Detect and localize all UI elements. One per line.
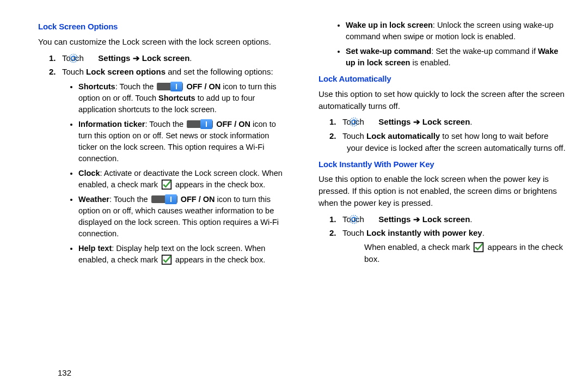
svg-point-7	[352, 217, 356, 222]
left-column: Lock Screen Options You can customize th…	[38, 16, 286, 269]
list-item: Clock: Activate or deactivate the Lock s…	[78, 168, 286, 191]
settings-icon	[86, 53, 96, 63]
settings-icon	[366, 117, 376, 127]
step-item: 2. Touch Lock automatically to set how l…	[339, 130, 566, 154]
checkmark-icon	[161, 179, 172, 190]
intro-text: You can customize the Lock screen with t…	[38, 36, 286, 48]
list-item: Wake up in lock screen: Unlock the scree…	[346, 20, 566, 42]
right-column: Wake up in lock screen: Unlock the scree…	[318, 16, 566, 269]
checkmark-icon	[473, 242, 484, 253]
svg-point-4	[350, 118, 358, 126]
list-item: Shortcuts: Touch the OFF / ON icon to tu…	[78, 81, 286, 115]
step-item: 2. Touch Lock screen options and set the…	[59, 66, 286, 266]
bullet-list: Wake up in lock screen: Unlock the scree…	[334, 20, 566, 69]
intro-text: Use this option to enable the lock scree…	[318, 173, 566, 209]
toggle-icon	[151, 194, 177, 204]
svg-point-1	[71, 56, 76, 60]
toggle-icon	[157, 82, 183, 91]
page-number: 132	[58, 367, 71, 379]
bullet-list: Shortcuts: Touch the OFF / ON icon to tu…	[66, 81, 286, 266]
svg-point-0	[70, 54, 78, 62]
list-item: Set wake-up command: Set the wake-up com…	[346, 46, 566, 69]
svg-point-6	[350, 215, 358, 223]
steps-list: 1. Touch Settings ➔ Lock screen. 2. Touc…	[38, 52, 286, 266]
steps-list: 1. Touch Settings ➔ Lock screen. 2. Touc…	[318, 116, 566, 154]
list-item: Help text: Display help text on the lock…	[78, 243, 286, 266]
list-item: Weather: Touch the OFF / ON icon to turn…	[78, 194, 286, 240]
list-item: Information ticker: Touch the OFF / ON i…	[78, 119, 286, 164]
note-text: When enabled, a check mark appears in th…	[364, 241, 566, 265]
toggle-icon	[187, 119, 213, 129]
step-item: 1. Touch Settings ➔ Lock screen.	[59, 52, 286, 64]
step-item: 2. Touch Lock instantly with power key. …	[339, 227, 566, 265]
checkmark-icon	[161, 254, 172, 265]
step-item: 1. Touch Settings ➔ Lock screen.	[339, 213, 566, 225]
heading-lock-screen-options: Lock Screen Options	[38, 21, 286, 33]
heading-lock-automatically: Lock Automatically	[318, 73, 566, 85]
settings-icon	[366, 215, 376, 224]
step-item: 1. Touch Settings ➔ Lock screen.	[339, 116, 566, 128]
heading-lock-instantly: Lock Instantly With Power Key	[318, 158, 566, 170]
intro-text: Use this option to set how quickly to lo…	[318, 88, 566, 112]
steps-list: 1. Touch Settings ➔ Lock screen. 2. Touc…	[318, 213, 566, 265]
svg-point-5	[352, 120, 356, 125]
